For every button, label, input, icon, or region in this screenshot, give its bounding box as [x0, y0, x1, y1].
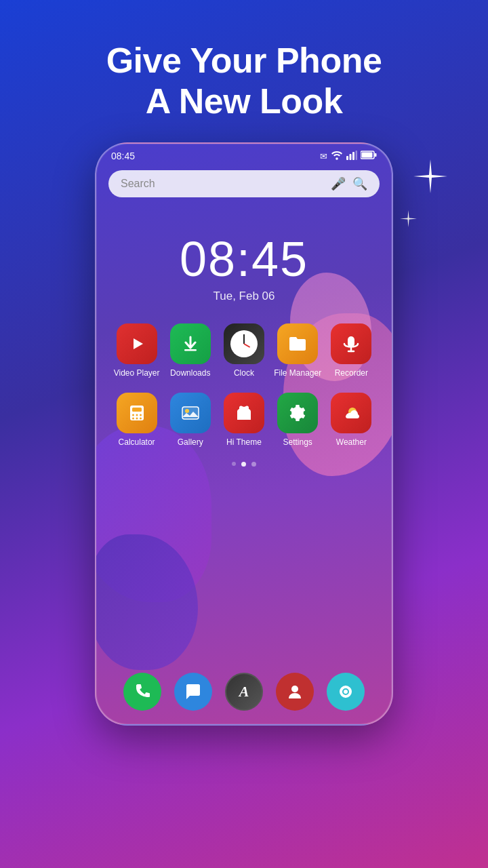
svg-point-0 [336, 157, 338, 160]
dock-phone[interactable] [123, 673, 161, 711]
search-action-icons: 🎤 🔍 [331, 176, 367, 191]
svg-rect-9 [184, 349, 197, 351]
app-file-manager[interactable]: File Manager [273, 323, 322, 378]
phone-frame: 08:45 ✉ [95, 142, 393, 726]
clock-inner [230, 330, 258, 357]
svg-point-22 [185, 409, 189, 413]
wifi-icon [331, 151, 343, 162]
page-dot-1 [241, 462, 246, 467]
svg-rect-1 [346, 156, 348, 160]
app-row-1: Video Player Downloads Clock [110, 323, 378, 378]
app-recorder[interactable]: Recorder [327, 323, 375, 378]
svg-point-27 [344, 690, 348, 694]
svg-rect-7 [375, 153, 377, 157]
video-player-icon [117, 323, 157, 364]
app-clock[interactable]: Clock [220, 323, 268, 378]
battery-icon [361, 151, 377, 161]
downloads-icon [170, 323, 211, 364]
dock-contacts[interactable] [276, 673, 314, 711]
hi-theme-icon [224, 393, 264, 433]
svg-point-25 [291, 686, 298, 692]
search-bar[interactable]: Search 🎤 🔍 [108, 170, 380, 197]
app-dock: A [96, 673, 392, 711]
page-dot-search [232, 462, 236, 466]
clock-app-icon [224, 323, 264, 364]
recorder-icon [331, 323, 371, 364]
svg-rect-21 [182, 407, 199, 419]
page-dot-2 [251, 462, 256, 467]
svg-rect-4 [356, 151, 358, 160]
app-settings[interactable]: Settings [273, 393, 322, 447]
settings-label: Settings [283, 437, 312, 447]
mic-icon[interactable]: 🎤 [331, 176, 346, 191]
page-indicator [96, 462, 392, 467]
svg-point-19 [136, 417, 138, 419]
svg-rect-6 [362, 153, 373, 158]
file-manager-label: File Manager [274, 368, 321, 378]
dock-messages[interactable] [174, 673, 212, 711]
svg-point-17 [140, 414, 142, 416]
app-video-player[interactable]: Video Player [113, 323, 161, 378]
search-icon[interactable]: 🔍 [352, 176, 367, 191]
calculator-icon [117, 393, 157, 433]
settings-icon [277, 393, 318, 433]
headline-line2: A New Look [146, 81, 343, 121]
svg-rect-3 [352, 152, 354, 160]
gallery-icon [170, 393, 211, 433]
calculator-label: Calculator [119, 437, 155, 447]
svg-point-16 [136, 414, 138, 416]
app-row-2: Calculator Gallery [110, 393, 378, 447]
app-grid: Video Player Downloads Clock [96, 323, 392, 447]
gallery-label: Gallery [178, 437, 203, 447]
status-icons: ✉ [320, 151, 377, 162]
clock-label: Clock [234, 368, 254, 378]
headline: Give Your Phone A New Look [106, 41, 382, 122]
app-hi-theme[interactable]: Hi Theme [220, 393, 268, 447]
svg-rect-14 [132, 408, 142, 412]
weather-icon [331, 393, 371, 433]
sparkle-large-icon [413, 159, 447, 193]
mail-icon: ✉ [320, 151, 327, 161]
dock-camera[interactable] [327, 673, 365, 711]
svg-point-18 [132, 417, 134, 419]
svg-point-20 [140, 417, 142, 419]
assistant-label: A [239, 683, 249, 701]
clock-display: 08:45 Tue, Feb 06 [96, 231, 392, 303]
phone-mockup: 08:45 ✉ [95, 142, 393, 732]
video-player-label: Video Player [114, 368, 160, 378]
status-bar: 08:45 ✉ [96, 144, 392, 166]
dock-assistant[interactable]: A [225, 673, 263, 711]
clock-date: Tue, Feb 06 [96, 290, 392, 303]
search-placeholder: Search [121, 178, 155, 190]
app-gallery[interactable]: Gallery [166, 393, 215, 447]
headline-line1: Give Your Phone [106, 41, 382, 80]
svg-rect-10 [348, 336, 354, 347]
clock-time: 08:45 [96, 231, 392, 287]
svg-marker-8 [134, 338, 143, 349]
status-time: 08:45 [111, 151, 135, 161]
downloads-label: Downloads [170, 368, 210, 378]
sparkle-small-icon [400, 210, 417, 227]
recorder-label: Recorder [335, 368, 368, 378]
app-downloads[interactable]: Downloads [166, 323, 215, 378]
signal-icon [346, 151, 357, 162]
app-weather[interactable]: Weather [327, 393, 375, 447]
app-calculator[interactable]: Calculator [113, 393, 161, 447]
file-manager-icon [277, 323, 318, 364]
svg-point-15 [132, 414, 134, 416]
weather-label: Weather [336, 437, 367, 447]
svg-rect-2 [350, 154, 352, 160]
hi-theme-label: Hi Theme [226, 437, 262, 447]
